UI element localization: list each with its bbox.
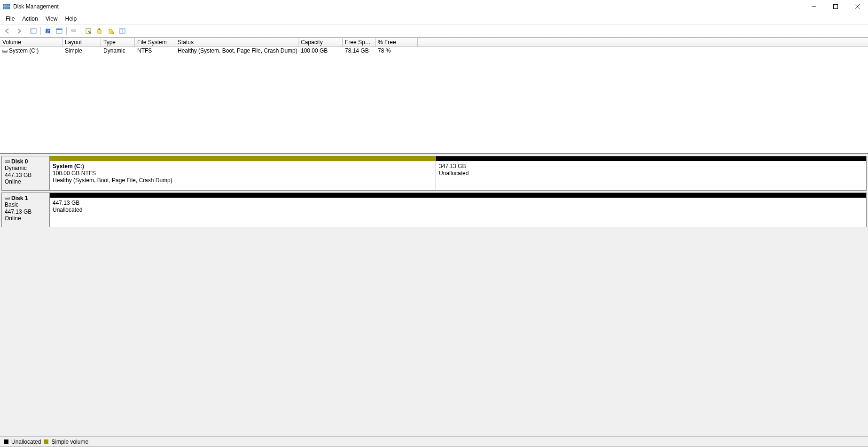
legend-swatch-simple: [44, 439, 48, 444]
menu-help[interactable]: Help: [62, 14, 81, 23]
svg-rect-21: [119, 29, 125, 30]
toolbar-separator: [40, 27, 41, 35]
svg-line-19: [113, 33, 114, 34]
cell-fs: NTFS: [135, 47, 175, 55]
disk-row: Disk 1 Basic 447.13 GB Online 447.13 GB …: [1, 193, 867, 227]
action-button-3[interactable]: [105, 25, 117, 37]
show-hide-console-tree-button[interactable]: [28, 25, 39, 37]
action-button-1[interactable]: [83, 25, 94, 37]
cell-capacity: 100.00 GB: [298, 47, 343, 55]
legend-simple: Simple volume: [51, 439, 88, 445]
disk-partitions: 447.13 GB Unallocated: [49, 193, 867, 227]
titlebar: Disk Management: [0, 0, 868, 13]
partition-size: 447.13 GB: [53, 200, 863, 207]
col-layout[interactable]: Layout: [63, 38, 101, 47]
partition-box[interactable]: System (C:) 100.00 GB NTFS Healthy (Syst…: [49, 156, 436, 190]
toolbar-separator: [66, 27, 67, 35]
partition-box[interactable]: 447.13 GB Unallocated: [49, 193, 866, 227]
volume-table-header: Volume Layout Type File System Status Ca…: [0, 38, 868, 47]
menu-file[interactable]: File: [2, 14, 18, 23]
disk-label-box[interactable]: Disk 0 Dynamic 447.13 GB Online: [1, 156, 49, 191]
cell-free: 78 %: [375, 47, 418, 55]
col-volume[interactable]: Volume: [0, 38, 63, 47]
settings-button[interactable]: [54, 25, 65, 37]
cell-layout: Simple: [63, 47, 101, 55]
disk-state: Online: [5, 178, 47, 185]
back-button[interactable]: [2, 25, 13, 37]
toolbar: ?: [0, 24, 868, 38]
toolbar-separator: [26, 27, 26, 35]
window-controls: [803, 0, 868, 13]
cell-type: Dynamic: [101, 47, 135, 55]
legend: Unallocated Simple volume: [0, 436, 868, 447]
col-free[interactable]: % Free: [375, 38, 418, 47]
minimize-button[interactable]: [803, 0, 825, 13]
forward-button[interactable]: [13, 25, 24, 37]
action-button-2[interactable]: [94, 25, 105, 37]
col-freespace[interactable]: Free Spa...: [343, 38, 375, 47]
volume-row[interactable]: System (C:) Simple Dynamic NTFS Healthy …: [0, 47, 868, 55]
partition-box[interactable]: 347.13 GB Unallocated: [436, 156, 866, 190]
help-button[interactable]: ?: [42, 25, 54, 37]
partition-title: System (C:): [53, 163, 433, 170]
close-button[interactable]: [846, 0, 868, 13]
disk-size: 447.13 GB: [5, 172, 47, 178]
col-fill: [418, 38, 868, 47]
legend-unallocated: Unallocated: [11, 439, 41, 445]
window-title: Disk Management: [13, 3, 59, 10]
volume-table: Volume Layout Type File System Status Ca…: [0, 38, 868, 154]
partition-status: Unallocated: [53, 207, 863, 214]
app-icon: [3, 3, 10, 10]
disk-icon: [5, 197, 10, 200]
disk-name: Disk 0: [11, 158, 28, 165]
disk-graphical-pane[interactable]: Disk 0 Dynamic 447.13 GB Online System (…: [0, 154, 868, 436]
col-status[interactable]: Status: [175, 38, 298, 47]
svg-point-17: [90, 32, 91, 33]
menu-view[interactable]: View: [42, 14, 62, 23]
menubar: File Action View Help: [0, 13, 868, 24]
disk-icon: [5, 160, 10, 163]
partition-size: 347.13 GB: [439, 163, 863, 170]
cell-freespace: 78.14 GB: [343, 47, 375, 55]
disk-label-box[interactable]: Disk 1 Basic 447.13 GB Online: [1, 193, 49, 227]
svg-point-2: [4, 5, 5, 6]
maximize-button[interactable]: [825, 0, 846, 13]
partition-stripe-unallocated: [436, 156, 866, 161]
svg-rect-13: [56, 29, 62, 30]
col-filesystem[interactable]: File System: [135, 38, 175, 47]
svg-rect-9: [31, 29, 32, 33]
partition-status: Unallocated: [439, 170, 863, 177]
disk-type: Basic: [5, 201, 47, 208]
disk-type: Dynamic: [5, 165, 47, 171]
cell-status: Healthy (System, Boot, Page File, Crash …: [175, 47, 298, 55]
disk-size: 447.13 GB: [5, 208, 47, 215]
svg-rect-15: [72, 30, 76, 31]
action-button-4[interactable]: [117, 25, 128, 37]
svg-text:?: ?: [47, 29, 49, 34]
refresh-button[interactable]: [68, 25, 79, 37]
svg-point-3: [4, 8, 5, 8]
legend-swatch-unallocated: [4, 439, 8, 444]
col-capacity[interactable]: Capacity: [298, 38, 343, 47]
volume-icon: [2, 50, 8, 53]
partition-status: Healthy (System, Boot, Page File, Crash …: [53, 177, 433, 184]
col-type[interactable]: Type: [101, 38, 135, 47]
partition-stripe-simple: [50, 156, 436, 161]
cell-volume-name: System (C:): [9, 47, 39, 54]
svg-rect-5: [834, 5, 838, 9]
toolbar-separator: [81, 27, 81, 35]
disk-partitions: System (C:) 100.00 GB NTFS Healthy (Syst…: [49, 156, 867, 191]
volume-table-body[interactable]: System (C:) Simple Dynamic NTFS Healthy …: [0, 47, 868, 153]
disk-row: Disk 0 Dynamic 447.13 GB Online System (…: [1, 156, 867, 191]
disk-state: Online: [5, 215, 47, 222]
menu-action[interactable]: Action: [18, 14, 41, 23]
partition-size: 100.00 GB NTFS: [53, 170, 433, 177]
partition-stripe-unallocated: [50, 193, 866, 198]
disk-name: Disk 1: [11, 195, 28, 201]
